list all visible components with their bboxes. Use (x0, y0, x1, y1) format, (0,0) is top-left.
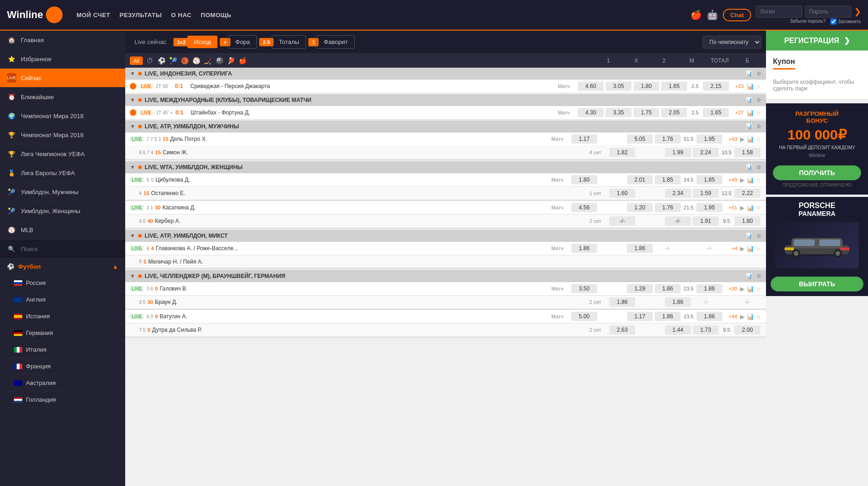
odds-1[interactable]: 1.86 (571, 244, 597, 253)
ad-get-button[interactable]: ПОЛУЧИТЬ (773, 165, 861, 180)
filter-hockey-icon[interactable]: 🏒 (203, 56, 212, 65)
more-bets-button[interactable]: +23 (730, 83, 744, 89)
filter-basketball-icon[interactable]: 🏀 (180, 56, 189, 65)
tab-iskhod[interactable]: Исход (187, 36, 217, 48)
odds-2b[interactable]: 1.86 (665, 297, 691, 307)
chart-row-icon[interactable]: 📊 (747, 83, 754, 90)
odds-mb[interactable]: 1.59 (693, 189, 719, 198)
sidebar-item-spain[interactable]: Испания (0, 308, 125, 325)
odds-b-button[interactable]: 2.15 (703, 82, 729, 91)
odds-b[interactable]: 1.95 (696, 203, 722, 212)
more-bets[interactable]: +43 (723, 136, 737, 142)
odds-1b[interactable]: 1.60 (609, 189, 635, 198)
login-input[interactable] (756, 6, 802, 18)
more-bets[interactable]: +4 (723, 246, 737, 251)
sidebar-item-russia[interactable]: Россия (0, 275, 125, 291)
odds-2[interactable]: 1.86 (627, 244, 653, 253)
odds-b-button[interactable]: 1.65 (703, 108, 729, 117)
star-row-icon[interactable]: ☆ (756, 177, 761, 183)
championship-select[interactable]: По чемпионату (702, 36, 761, 49)
odds-m-button[interactable]: 1.65 (661, 82, 687, 91)
more-bets[interactable]: +51 (723, 205, 737, 210)
odds-1[interactable]: 4.56 (571, 203, 597, 212)
sidebar-item-france[interactable]: Франция (0, 358, 125, 375)
league-mixed-header[interactable]: ▼ LIVE, АТР, УИМБЛДОН, МИКСТ 📊 ☆ (125, 230, 766, 242)
odds-2[interactable]: 1.29 (627, 284, 653, 293)
filter-pool-icon[interactable]: 🎱 (215, 56, 224, 65)
play-icon[interactable]: ▶ (740, 245, 745, 252)
sidebar-item-world-cup-1[interactable]: 🌍 Чемпионат Мира 2018 (0, 107, 125, 126)
league-indonesia-header[interactable]: ▼ LIVE, ИНДОНЕЗИЯ, СУПЕРЛИГА 📊 ☆ (125, 68, 766, 80)
forgot-password-link[interactable]: Забыли пароль? (790, 19, 825, 25)
odds-b[interactable]: 1.86 (696, 312, 722, 321)
sidebar-item-england[interactable]: Англия (0, 291, 125, 308)
ad-win-button[interactable]: ВЫИГРАТЬ (771, 277, 863, 291)
filter-tennis-icon[interactable]: 🎾 (168, 56, 178, 65)
odds-2b[interactable]: 1.99 (665, 148, 691, 157)
chat-button[interactable]: Chat (723, 9, 751, 21)
star-row-icon[interactable]: ☆ (756, 313, 761, 320)
login-submit-button[interactable]: ❯ (854, 6, 861, 17)
nav-help[interactable]: ПОМОЩЬ (201, 12, 231, 19)
tab-favorit[interactable]: Фаворит (317, 35, 355, 49)
odds-1-button[interactable]: 4.60 (578, 82, 604, 91)
play-icon[interactable]: ▶ (740, 204, 745, 211)
chart-row-icon[interactable]: 📊 (747, 204, 754, 211)
chart-row-icon[interactable]: 📊 (747, 136, 754, 143)
odds-1b[interactable]: -/- (609, 216, 635, 226)
sidebar-item-home[interactable]: 🏠 Главная (0, 31, 125, 50)
sidebar-item-wimbledon-women[interactable]: 🎾 Уимблдон, Женщины (0, 202, 125, 221)
play-icon[interactable]: ▶ (740, 136, 745, 143)
apple-icon[interactable]: 🍎 (690, 9, 702, 20)
sidebar-item-mlb[interactable]: ⚾ MLB (0, 221, 125, 240)
filter-soccer-icon[interactable]: ⚽ (157, 56, 166, 65)
password-input[interactable] (805, 6, 851, 18)
league-challenger-header[interactable]: ▼ LIVE, ЧЕЛЛЕНДЖЕР (М), БРАУНШВЕЙГ, ГЕРМ… (125, 270, 766, 282)
chart-row-icon[interactable]: 📊 (747, 177, 754, 183)
sidebar-item-live[interactable]: LIVE Сейчас (0, 69, 125, 88)
more-bets[interactable]: +44 (723, 314, 737, 319)
odds-1b[interactable]: 2.63 (609, 325, 635, 335)
chart-row-icon[interactable]: 📊 (747, 109, 754, 116)
play-icon[interactable]: ▶ (740, 285, 745, 292)
sidebar-item-australia[interactable]: Австралия (0, 375, 125, 391)
filter-other-icon[interactable]: 🍎 (238, 56, 247, 65)
filter-all-button[interactable]: All (130, 57, 143, 65)
odds-2b[interactable]: 2.34 (665, 189, 691, 198)
odds-mb[interactable]: 1.91 (693, 216, 719, 226)
star-row-icon[interactable]: ☆ (756, 245, 761, 252)
more-bets-button[interactable]: +27 (730, 110, 744, 115)
sidebar-item-italy[interactable]: Италия (0, 341, 125, 358)
star-row-icon[interactable]: ☆ (756, 83, 761, 90)
odds-mb[interactable]: 1.73 (693, 325, 719, 335)
star-row-icon[interactable]: ☆ (756, 204, 761, 211)
odds-bb[interactable]: 2.22 (734, 189, 760, 198)
odds-1b[interactable]: 1.82 (609, 148, 635, 157)
play-icon[interactable]: ▶ (740, 313, 745, 320)
android-icon[interactable]: 🤖 (707, 9, 718, 20)
football-section-header[interactable]: ⚽ Футбол ▲ (0, 259, 125, 275)
registration-button[interactable]: РЕГИСТРАЦИЯ ❯ (766, 31, 868, 50)
odds-b[interactable]: 1.86 (696, 284, 722, 293)
tab-totaly[interactable]: Тоталы (272, 35, 306, 49)
odds-b[interactable]: 1.95 (696, 134, 722, 144)
odds-2[interactable]: 1.20 (627, 203, 653, 212)
odds-2[interactable]: 1.17 (627, 312, 653, 321)
tab-fora[interactable]: Фора (229, 35, 257, 49)
odds-m[interactable]: 1.76 (655, 134, 681, 144)
sidebar-item-germany[interactable]: Германия (0, 325, 125, 341)
chart-row-icon[interactable]: 📊 (747, 285, 754, 292)
filter-live-icon[interactable]: ⏱ (145, 56, 154, 65)
nav-about[interactable]: О НАС (171, 12, 191, 19)
odds-2[interactable]: 5.05 (627, 134, 653, 144)
odds-b[interactable]: 1.85 (696, 175, 722, 184)
odds-2b[interactable]: 1.44 (665, 325, 691, 335)
remember-checkbox[interactable]: Запомнить (830, 19, 861, 25)
more-bets[interactable]: +20 (723, 286, 737, 291)
odds-m-button[interactable]: 2.05 (661, 108, 687, 117)
league-wta-header[interactable]: ▼ LIVE, WTA, УИМБЛДОН, ЖЕНЩИНЫ 📊 ☆ (125, 161, 766, 173)
odds-2-button[interactable]: 1.80 (633, 82, 659, 91)
odds-x-button[interactable]: 3.05 (606, 82, 632, 91)
nav-results[interactable]: РЕЗУЛЬТАТЫ (120, 12, 162, 19)
sidebar-item-wimbledon-men[interactable]: 🎾 Уимблдон, Мужчины (0, 183, 125, 202)
